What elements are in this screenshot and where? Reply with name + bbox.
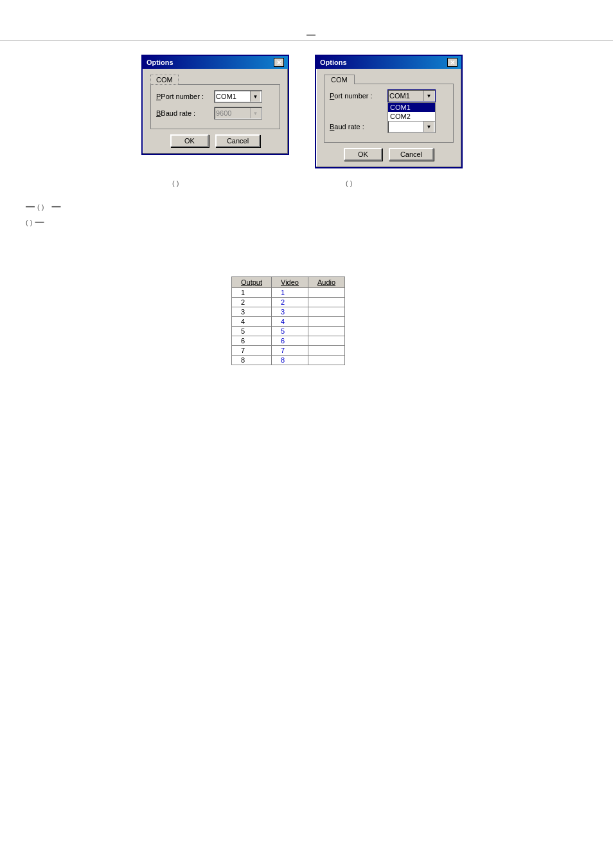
paren-2: ( ) [26, 217, 32, 229]
right-port-row: Port number : COM1 ▼ COM1 COM2 [330, 89, 448, 102]
text-section: — ( ) — ( ) — [26, 199, 587, 231]
right-port-item-com2[interactable]: COM2 [388, 112, 435, 121]
paren-1: ( ) [37, 202, 44, 213]
text-line-1: — ( ) — [26, 199, 587, 213]
right-dialog-close[interactable]: ✕ [447, 58, 458, 67]
text-line-2: ( ) — [26, 215, 587, 229]
right-baud-select[interactable]: ▼ [387, 120, 436, 133]
right-com-tab[interactable]: COM [324, 75, 355, 84]
cell-video: 8 [272, 356, 308, 365]
cell-video: 2 [272, 298, 308, 307]
table-row: 33 [232, 307, 345, 317]
left-baud-select: 9600 ▼ [214, 107, 262, 120]
caption-below-right: ( ) [346, 179, 352, 188]
left-dialog: Options ✕ COM PPort number : COM1 ▼ [141, 55, 289, 155]
table-row: 66 [232, 336, 345, 346]
cell-video: 6 [272, 336, 308, 346]
left-port-row: PPort number : COM1 ▼ [156, 90, 274, 103]
col-audio: Audio [308, 277, 344, 288]
cell-output: 7 [232, 346, 272, 356]
cell-video: 1 [272, 288, 308, 298]
right-cancel-button[interactable]: Cancel [389, 148, 434, 161]
dash-3: — [35, 215, 44, 229]
cell-output: 2 [232, 298, 272, 307]
left-baud-value: 9600 [216, 109, 250, 117]
right-dialog-buttons: OK Cancel [324, 148, 454, 161]
right-dialog-window: Options ✕ COM Port number : COM1 [315, 55, 463, 168]
dash-1: — [26, 199, 35, 213]
left-port-value: COM1 [216, 93, 250, 100]
left-dialog-close[interactable]: ✕ [274, 58, 284, 67]
left-dialog-buttons: OK Cancel [150, 134, 280, 147]
left-dialog-body: COM PPort number : COM1 ▼ BBa [143, 69, 288, 154]
cell-output: 8 [232, 356, 272, 365]
table-header-row: Output Video Audio [232, 277, 345, 288]
cell-output: 1 [232, 288, 272, 298]
cell-audio [308, 307, 344, 317]
right-port-label: Port number : [330, 92, 387, 100]
right-dialog: Options ✕ COM Port number : COM1 [315, 55, 463, 168]
cell-audio [308, 356, 344, 365]
cell-audio [308, 288, 344, 298]
right-dialog-titlebar: Options ✕ [316, 56, 461, 69]
right-port-dropdown[interactable]: COM1 ▼ COM1 COM2 [387, 89, 436, 102]
cell-audio [308, 327, 344, 336]
cell-video: 4 [272, 317, 308, 327]
table-row: 44 [232, 317, 345, 327]
cell-video: 5 [272, 327, 308, 336]
right-dialog-body: COM Port number : COM1 ▼ COM1 [316, 69, 461, 167]
right-tab-panel: Port number : COM1 ▼ COM1 COM2 [324, 84, 454, 143]
left-cancel-button[interactable]: Cancel [215, 134, 260, 147]
left-dialog-titlebar: Options ✕ [143, 56, 288, 69]
separator-line [0, 40, 613, 41]
right-baud-row: Baud rate : ▼ [330, 120, 448, 133]
right-port-select[interactable]: COM1 ▼ [387, 89, 436, 102]
left-baud-label: BBaud rate : [156, 109, 214, 117]
left-dialog-window: Options ✕ COM PPort number : COM1 ▼ [141, 55, 289, 155]
caption-below-left: ( ) [172, 179, 179, 188]
table-row: 11 [232, 288, 345, 298]
left-baud-row: BBaud rate : 9600 ▼ [156, 107, 274, 120]
table-section: Output Video Audio 1122334455667788 [231, 276, 345, 365]
right-port-value: COM1 [389, 92, 423, 100]
cell-audio [308, 317, 344, 327]
left-com-tab[interactable]: COM [150, 75, 179, 85]
col-video: Video [272, 277, 308, 288]
table-row: 55 [232, 327, 345, 336]
left-port-select[interactable]: COM1 ▼ [214, 90, 262, 103]
left-tab-panel: PPort number : COM1 ▼ BBaud rate : 9600 … [150, 84, 280, 129]
right-dialog-title: Options [320, 59, 347, 66]
cell-video: 3 [272, 307, 308, 317]
left-port-label: PPort number : [156, 93, 214, 100]
left-port-arrow[interactable]: ▼ [250, 91, 260, 102]
right-ok-button[interactable]: OK [344, 148, 382, 161]
cell-output: 6 [232, 336, 272, 346]
right-port-list: COM1 COM2 [387, 102, 436, 122]
right-baud-label: Baud rate : [330, 123, 387, 131]
cell-video: 7 [272, 346, 308, 356]
cell-output: 5 [232, 327, 272, 336]
cell-output: 3 [232, 307, 272, 317]
table-row: 77 [232, 346, 345, 356]
dash-2: — [51, 199, 60, 213]
cell-audio [308, 336, 344, 346]
table-body: 1122334455667788 [232, 288, 345, 365]
right-baud-arrow[interactable]: ▼ [423, 122, 434, 132]
top-dash: — [306, 30, 315, 40]
cell-audio [308, 298, 344, 307]
cell-audio [308, 346, 344, 356]
right-port-arrow[interactable]: ▼ [423, 91, 434, 101]
left-ok-button[interactable]: OK [170, 134, 209, 147]
output-table: Output Video Audio 1122334455667788 [231, 276, 345, 365]
cell-output: 4 [232, 317, 272, 327]
table-row: 88 [232, 356, 345, 365]
table-row: 22 [232, 298, 345, 307]
col-output: Output [232, 277, 272, 288]
right-port-item-com1[interactable]: COM1 [388, 103, 435, 112]
left-dialog-title: Options [147, 59, 173, 66]
left-baud-arrow: ▼ [250, 108, 260, 118]
